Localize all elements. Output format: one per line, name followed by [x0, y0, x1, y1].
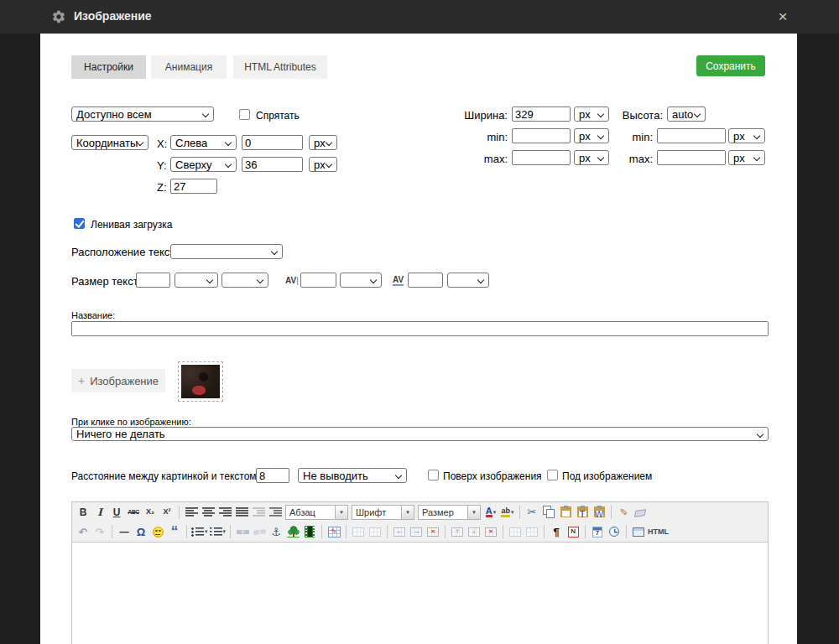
letter-spacing-unit-select[interactable] — [340, 273, 382, 288]
blockquote-icon: “ — [171, 527, 179, 536]
editor-remove-format-button[interactable] — [632, 504, 649, 521]
editor-bold-button[interactable]: B — [75, 504, 91, 521]
max-width-unit-select[interactable]: px — [574, 150, 609, 165]
output-mode-select[interactable]: Не выводить — [298, 468, 407, 483]
editor-blockquote-button[interactable]: “ — [166, 523, 183, 540]
y-direction-select[interactable]: Сверху — [170, 157, 237, 172]
max-height-input[interactable] — [657, 150, 726, 165]
editor-underline-button[interactable]: U — [108, 504, 125, 521]
editor-align-center-button[interactable] — [200, 504, 216, 521]
editor-paragraph-format-select[interactable]: Абзац▾ — [285, 505, 348, 520]
editor-paste-button[interactable] — [557, 504, 574, 521]
cut-icon: ✂ — [528, 506, 537, 517]
image-thumbnail[interactable] — [178, 361, 223, 402]
editor-indent-button[interactable] — [267, 504, 284, 521]
close-icon[interactable]: × — [774, 8, 792, 26]
max-height-unit-select[interactable]: px — [728, 150, 765, 165]
min-width-unit-select[interactable]: px — [574, 128, 609, 143]
editor-special-character-button[interactable]: Ω — [133, 523, 149, 540]
tab-animation[interactable]: Анимация — [151, 55, 227, 79]
height-select[interactable]: auto — [667, 106, 706, 122]
editor-numbered-list-button[interactable]: ▾ — [209, 523, 227, 540]
word-spacing-input[interactable] — [408, 273, 443, 288]
x-unit-select[interactable]: px — [309, 135, 337, 150]
editor-insert-time-button[interactable] — [606, 523, 623, 540]
editor-font-size-select[interactable]: Размер▾ — [418, 505, 481, 520]
editor-insert-row-before-button[interactable]: ↑ — [449, 523, 466, 540]
editor-table-cell-properties-button[interactable] — [367, 523, 383, 540]
hide-checkbox[interactable] — [239, 109, 250, 120]
lazy-load-checkbox[interactable] — [74, 218, 85, 229]
save-button[interactable]: Сохранить — [696, 55, 765, 76]
editor-delete-column-button[interactable]: × — [425, 523, 441, 540]
editor-insert-image-button[interactable] — [284, 523, 301, 540]
max-width-input[interactable] — [512, 150, 571, 165]
editor-remove-link-button[interactable] — [251, 523, 268, 540]
editor-insert-link-button[interactable] — [234, 523, 251, 540]
editor-table-button[interactable]: ✎ — [326, 523, 342, 540]
editor-insert-row-after-button[interactable]: ↓ — [466, 523, 482, 540]
editor-fullscreen-button[interactable] — [630, 523, 647, 540]
editor-cut-button[interactable]: ✂ — [524, 504, 540, 521]
editor-italic-button[interactable]: I — [91, 504, 108, 521]
editor-insert-media-button[interactable] — [301, 523, 318, 540]
tab-settings[interactable]: Настройки — [71, 55, 146, 79]
editor-cleanup-button[interactable]: ✐ — [615, 504, 632, 521]
editor-align-left-button[interactable] — [183, 504, 200, 521]
word-spacing-unit-select[interactable] — [447, 273, 489, 288]
editor-copy-button[interactable] — [540, 504, 557, 521]
editor-table-row-properties-button[interactable] — [350, 523, 367, 540]
coordinates-mode-select[interactable]: Координаты — [71, 135, 149, 150]
y-value-input[interactable] — [242, 157, 303, 172]
min-width-input[interactable] — [512, 128, 571, 143]
editor-bullet-list-button[interactable]: ▾ — [190, 523, 209, 540]
text-position-select[interactable] — [170, 244, 283, 259]
editor-undo-button[interactable]: ↶ — [75, 523, 91, 540]
min-height-input[interactable] — [657, 128, 726, 143]
text-size-extra-select[interactable] — [221, 273, 268, 288]
editor-redo-button[interactable]: ↷ — [91, 523, 108, 540]
editor-insert-date-button[interactable]: 7 — [589, 523, 606, 540]
min-height-unit-select[interactable]: px — [728, 128, 765, 143]
editor-strikethrough-button[interactable]: ABC — [125, 504, 142, 521]
text-size-input[interactable] — [136, 273, 170, 288]
editor-insert-column-before-button[interactable]: ← — [391, 523, 408, 540]
editor-content-area[interactable] — [72, 542, 768, 644]
image-text-spacing-input[interactable] — [256, 468, 289, 483]
editor-delete-row-button[interactable]: × — [482, 523, 499, 540]
x-value-input[interactable] — [242, 135, 303, 150]
editor-subscript-button[interactable]: X₂ — [142, 504, 159, 521]
z-value-input[interactable] — [170, 179, 217, 194]
editor-font-family-select[interactable]: Шрифт▾ — [352, 505, 414, 520]
editor-align-justify-button[interactable] — [233, 504, 250, 521]
under-image-checkbox[interactable] — [547, 470, 558, 480]
editor-superscript-button[interactable]: X² — [159, 504, 175, 521]
editor-paste-as-text-button[interactable]: T — [574, 504, 591, 521]
editor-merge-cells-button[interactable] — [507, 523, 524, 540]
tab-html-attributes[interactable]: HTML Attributes — [233, 55, 327, 79]
width-unit-select[interactable]: px — [574, 106, 609, 122]
name-input[interactable] — [71, 321, 769, 336]
over-image-checkbox[interactable] — [428, 470, 439, 480]
x-direction-select[interactable]: Слева — [170, 135, 237, 150]
y-unit-select[interactable]: px — [309, 157, 337, 172]
editor-outdent-button[interactable] — [250, 504, 267, 521]
visibility-select[interactable]: Доступно всем — [71, 106, 214, 122]
editor-emoticons-button[interactable] — [149, 523, 166, 540]
editor-insert-column-after-button[interactable]: → — [408, 523, 425, 540]
editor-paste-from-word-button[interactable]: W — [591, 504, 607, 521]
text-size-unit-select[interactable] — [175, 273, 218, 288]
editor-html-source-button[interactable]: HTML — [647, 523, 670, 540]
editor-split-cells-button[interactable] — [524, 523, 540, 540]
click-action-select[interactable]: Ничего не делать — [71, 427, 769, 441]
editor-nonbreaking-space-button[interactable]: N — [565, 523, 581, 540]
editor-paragraph-marks-button[interactable]: ¶ — [548, 523, 565, 540]
width-input[interactable] — [512, 106, 571, 122]
editor-background-color-button[interactable]: ab▾ — [499, 504, 516, 521]
editor-text-color-button[interactable]: A▾ — [482, 504, 499, 521]
editor-horizontal-rule-button[interactable]: — — [116, 523, 133, 540]
editor-anchor-button[interactable]: ⚓ — [268, 523, 284, 540]
editor-align-right-button[interactable] — [216, 504, 233, 521]
add-image-button[interactable]: + Изображение — [71, 369, 165, 392]
letter-spacing-input[interactable] — [300, 273, 336, 288]
